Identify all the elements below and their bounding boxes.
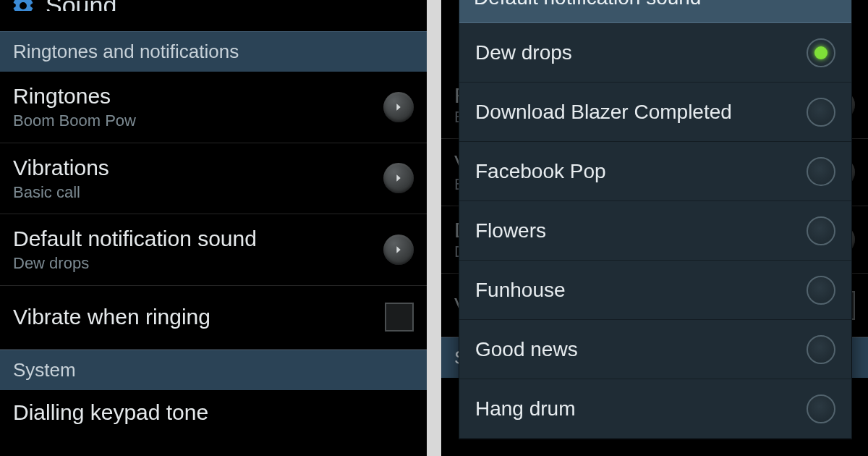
vibrations-title: Vibrations xyxy=(13,155,109,181)
sound-option-label: Dew drops xyxy=(475,41,572,64)
settings-header: Sound xyxy=(0,0,427,11)
chevron-right-icon xyxy=(383,235,414,265)
radio-icon[interactable] xyxy=(807,394,835,423)
dialog-title: Default notification sound xyxy=(459,0,851,23)
sound-option-dew-drops[interactable]: Dew drops xyxy=(459,23,851,83)
notification-sound-picker-screen: . R B V B D D xyxy=(441,0,868,456)
vibrate-when-ringing-title: Vibrate when ringing xyxy=(13,304,210,330)
default-notification-title: Default notification sound xyxy=(13,226,257,252)
vibrations-sub: Basic call xyxy=(13,182,109,203)
sound-option-label: Funhouse xyxy=(475,279,566,302)
settings-gear-icon xyxy=(11,0,35,11)
default-notification-sound-item[interactable]: Default notification sound Dew drops xyxy=(0,214,427,286)
ringtones-title: Ringtones xyxy=(13,83,136,109)
ringtones-item[interactable]: Ringtones Boom Boom Pow xyxy=(0,72,427,143)
radio-icon[interactable] xyxy=(807,216,835,245)
radio-icon[interactable] xyxy=(807,157,835,186)
sound-option-label: Flowers xyxy=(475,219,546,242)
section-ringtones-notifications: Ringtones and notifications xyxy=(0,31,427,72)
radio-icon[interactable] xyxy=(807,335,835,364)
dialling-keypad-tone-item[interactable]: Dialling keypad tone xyxy=(0,390,427,425)
sound-option-download-blazer[interactable]: Download Blazer Completed xyxy=(459,83,851,142)
sound-option-facebook-pop[interactable]: Facebook Pop xyxy=(459,142,851,201)
section-system: System xyxy=(0,350,427,390)
ringtones-sub: Boom Boom Pow xyxy=(13,111,136,131)
chevron-right-icon xyxy=(383,163,414,193)
sound-option-hang-drum[interactable]: Hang drum xyxy=(459,379,851,439)
notification-sound-dialog: Default notification sound Dew drops Dow… xyxy=(459,0,852,439)
radio-selected-icon[interactable] xyxy=(807,38,835,67)
sound-option-label: Hang drum xyxy=(475,397,576,421)
sound-option-funhouse[interactable]: Funhouse xyxy=(459,261,851,320)
radio-icon[interactable] xyxy=(807,98,835,127)
vibrate-checkbox[interactable] xyxy=(385,303,414,332)
vibrations-item[interactable]: Vibrations Basic call xyxy=(0,143,427,215)
default-notification-sub: Dew drops xyxy=(13,253,257,274)
vibrate-when-ringing-item[interactable]: Vibrate when ringing xyxy=(0,286,427,350)
header-title: Sound xyxy=(46,0,116,11)
sound-option-label: Download Blazer Completed xyxy=(475,101,732,124)
sound-settings-screen: Sound Ringtones and notifications Ringto… xyxy=(0,0,427,456)
sound-option-flowers[interactable]: Flowers xyxy=(459,201,851,261)
radio-icon[interactable] xyxy=(807,276,835,305)
chevron-right-icon xyxy=(383,92,414,122)
sound-option-good-news[interactable]: Good news xyxy=(459,320,851,379)
sound-option-label: Good news xyxy=(475,338,578,361)
sound-option-label: Facebook Pop xyxy=(475,160,606,183)
